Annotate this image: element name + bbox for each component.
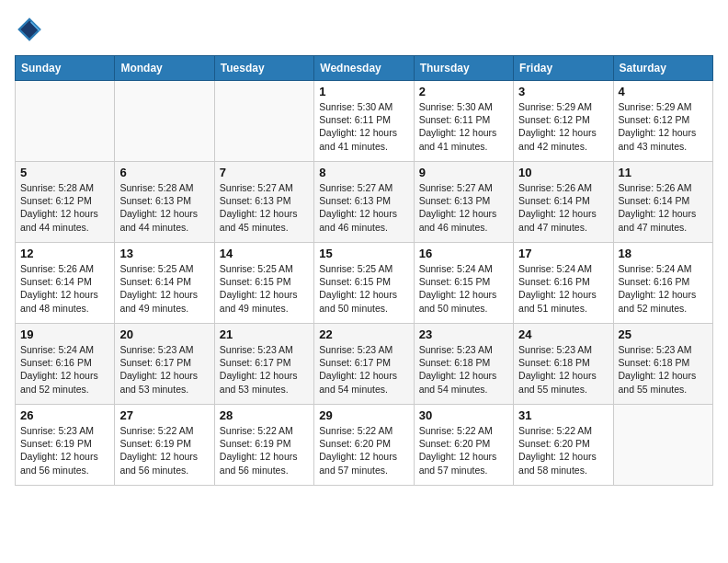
calendar-cell: 26Sunrise: 5:23 AM Sunset: 6:19 PM Dayli… xyxy=(16,405,115,486)
calendar-cell: 12Sunrise: 5:26 AM Sunset: 6:14 PM Dayli… xyxy=(16,243,115,324)
day-number: 9 xyxy=(419,166,508,179)
calendar-cell: 1Sunrise: 5:30 AM Sunset: 6:11 PM Daylig… xyxy=(314,81,414,162)
calendar-cell: 9Sunrise: 5:27 AM Sunset: 6:13 PM Daylig… xyxy=(414,162,513,243)
logo-icon xyxy=(15,15,44,44)
calendar-cell: 8Sunrise: 5:27 AM Sunset: 6:13 PM Daylig… xyxy=(314,162,414,243)
day-info: Sunrise: 5:23 AM Sunset: 6:18 PM Dayligh… xyxy=(518,343,608,396)
day-number: 31 xyxy=(518,408,608,422)
day-info: Sunrise: 5:25 AM Sunset: 6:15 PM Dayligh… xyxy=(319,262,408,315)
calendar-cell: 18Sunrise: 5:24 AM Sunset: 6:16 PM Dayli… xyxy=(613,243,712,324)
calendar-cell: 23Sunrise: 5:23 AM Sunset: 6:18 PM Dayli… xyxy=(414,324,513,405)
calendar-cell: 4Sunrise: 5:29 AM Sunset: 6:12 PM Daylig… xyxy=(613,81,712,162)
day-info: Sunrise: 5:23 AM Sunset: 6:18 PM Dayligh… xyxy=(419,343,508,396)
weekday-header-thursday: Thursday xyxy=(414,56,513,81)
day-number: 8 xyxy=(319,166,408,179)
calendar-week-row: 1Sunrise: 5:30 AM Sunset: 6:11 PM Daylig… xyxy=(16,81,713,162)
day-info: Sunrise: 5:27 AM Sunset: 6:13 PM Dayligh… xyxy=(419,181,508,234)
day-number: 4 xyxy=(619,85,708,98)
day-info: Sunrise: 5:24 AM Sunset: 6:15 PM Dayligh… xyxy=(419,262,508,315)
day-number: 25 xyxy=(619,327,708,341)
weekday-header-friday: Friday xyxy=(514,56,613,81)
calendar-cell: 22Sunrise: 5:23 AM Sunset: 6:17 PM Dayli… xyxy=(314,324,414,405)
day-info: Sunrise: 5:27 AM Sunset: 6:13 PM Dayligh… xyxy=(220,181,309,234)
day-number: 21 xyxy=(220,327,309,341)
day-number: 24 xyxy=(518,327,608,341)
page-header xyxy=(15,15,713,44)
day-number: 18 xyxy=(619,247,708,260)
day-number: 19 xyxy=(20,327,109,341)
calendar-cell: 10Sunrise: 5:26 AM Sunset: 6:14 PM Dayli… xyxy=(514,162,613,243)
calendar-cell: 15Sunrise: 5:25 AM Sunset: 6:15 PM Dayli… xyxy=(314,243,414,324)
day-number: 29 xyxy=(319,408,408,422)
day-info: Sunrise: 5:28 AM Sunset: 6:13 PM Dayligh… xyxy=(119,181,209,234)
calendar-cell: 21Sunrise: 5:23 AM Sunset: 6:17 PM Dayli… xyxy=(214,324,313,405)
day-number: 23 xyxy=(419,327,508,341)
day-info: Sunrise: 5:29 AM Sunset: 6:12 PM Dayligh… xyxy=(619,100,708,153)
day-info: Sunrise: 5:22 AM Sunset: 6:20 PM Dayligh… xyxy=(319,424,408,477)
day-info: Sunrise: 5:24 AM Sunset: 6:16 PM Dayligh… xyxy=(20,343,109,396)
weekday-header-row: SundayMondayTuesdayWednesdayThursdayFrid… xyxy=(16,56,713,81)
day-info: Sunrise: 5:30 AM Sunset: 6:11 PM Dayligh… xyxy=(419,100,508,153)
day-number: 27 xyxy=(119,408,209,422)
day-number: 2 xyxy=(419,85,508,98)
calendar-cell: 7Sunrise: 5:27 AM Sunset: 6:13 PM Daylig… xyxy=(214,162,313,243)
day-number: 16 xyxy=(419,247,508,260)
day-info: Sunrise: 5:22 AM Sunset: 6:20 PM Dayligh… xyxy=(518,424,608,477)
day-info: Sunrise: 5:24 AM Sunset: 6:16 PM Dayligh… xyxy=(518,262,608,315)
calendar-cell: 27Sunrise: 5:22 AM Sunset: 6:19 PM Dayli… xyxy=(115,405,214,486)
calendar-cell: 2Sunrise: 5:30 AM Sunset: 6:11 PM Daylig… xyxy=(414,81,513,162)
day-number: 5 xyxy=(20,166,109,179)
day-info: Sunrise: 5:23 AM Sunset: 6:17 PM Dayligh… xyxy=(119,343,209,396)
day-number: 11 xyxy=(619,166,708,179)
day-info: Sunrise: 5:27 AM Sunset: 6:13 PM Dayligh… xyxy=(319,181,408,234)
calendar-table: SundayMondayTuesdayWednesdayThursdayFrid… xyxy=(15,55,713,486)
calendar-cell: 14Sunrise: 5:25 AM Sunset: 6:15 PM Dayli… xyxy=(214,243,313,324)
day-number: 10 xyxy=(518,166,608,179)
day-number: 20 xyxy=(119,327,209,341)
day-info: Sunrise: 5:23 AM Sunset: 6:19 PM Dayligh… xyxy=(20,424,109,477)
weekday-header-wednesday: Wednesday xyxy=(314,56,414,81)
day-info: Sunrise: 5:22 AM Sunset: 6:19 PM Dayligh… xyxy=(220,424,309,477)
svg-marker-1 xyxy=(20,20,38,38)
calendar-cell xyxy=(214,81,313,162)
day-number: 15 xyxy=(319,247,408,260)
day-number: 30 xyxy=(419,408,508,422)
day-number: 14 xyxy=(220,247,309,260)
calendar-cell: 24Sunrise: 5:23 AM Sunset: 6:18 PM Dayli… xyxy=(514,324,613,405)
calendar-cell: 28Sunrise: 5:22 AM Sunset: 6:19 PM Dayli… xyxy=(214,405,313,486)
day-info: Sunrise: 5:26 AM Sunset: 6:14 PM Dayligh… xyxy=(518,181,608,234)
calendar-cell xyxy=(613,405,712,486)
calendar-cell: 17Sunrise: 5:24 AM Sunset: 6:16 PM Dayli… xyxy=(514,243,613,324)
calendar-week-row: 12Sunrise: 5:26 AM Sunset: 6:14 PM Dayli… xyxy=(16,243,713,324)
weekday-header-sunday: Sunday xyxy=(16,56,115,81)
day-info: Sunrise: 5:25 AM Sunset: 6:14 PM Dayligh… xyxy=(119,262,209,315)
day-info: Sunrise: 5:22 AM Sunset: 6:20 PM Dayligh… xyxy=(419,424,508,477)
calendar-cell: 3Sunrise: 5:29 AM Sunset: 6:12 PM Daylig… xyxy=(514,81,613,162)
day-info: Sunrise: 5:23 AM Sunset: 6:17 PM Dayligh… xyxy=(220,343,309,396)
day-number: 22 xyxy=(319,327,408,341)
calendar-cell: 20Sunrise: 5:23 AM Sunset: 6:17 PM Dayli… xyxy=(115,324,214,405)
day-info: Sunrise: 5:26 AM Sunset: 6:14 PM Dayligh… xyxy=(619,181,708,234)
day-number: 26 xyxy=(20,408,109,422)
day-number: 17 xyxy=(518,247,608,260)
day-number: 3 xyxy=(518,85,608,98)
calendar-cell: 30Sunrise: 5:22 AM Sunset: 6:20 PM Dayli… xyxy=(414,405,513,486)
day-number: 13 xyxy=(119,247,209,260)
calendar-cell xyxy=(115,81,214,162)
calendar-week-row: 5Sunrise: 5:28 AM Sunset: 6:12 PM Daylig… xyxy=(16,162,713,243)
day-info: Sunrise: 5:29 AM Sunset: 6:12 PM Dayligh… xyxy=(518,100,608,153)
calendar-week-row: 19Sunrise: 5:24 AM Sunset: 6:16 PM Dayli… xyxy=(16,324,713,405)
calendar-cell: 5Sunrise: 5:28 AM Sunset: 6:12 PM Daylig… xyxy=(16,162,115,243)
weekday-header-saturday: Saturday xyxy=(613,56,712,81)
calendar-cell: 13Sunrise: 5:25 AM Sunset: 6:14 PM Dayli… xyxy=(115,243,214,324)
day-info: Sunrise: 5:30 AM Sunset: 6:11 PM Dayligh… xyxy=(319,100,408,153)
day-info: Sunrise: 5:25 AM Sunset: 6:15 PM Dayligh… xyxy=(220,262,309,315)
day-info: Sunrise: 5:26 AM Sunset: 6:14 PM Dayligh… xyxy=(20,262,109,315)
calendar-cell: 16Sunrise: 5:24 AM Sunset: 6:15 PM Dayli… xyxy=(414,243,513,324)
calendar-cell: 29Sunrise: 5:22 AM Sunset: 6:20 PM Dayli… xyxy=(314,405,414,486)
day-info: Sunrise: 5:22 AM Sunset: 6:19 PM Dayligh… xyxy=(119,424,209,477)
day-number: 28 xyxy=(220,408,309,422)
weekday-header-tuesday: Tuesday xyxy=(214,56,313,81)
calendar-cell: 31Sunrise: 5:22 AM Sunset: 6:20 PM Dayli… xyxy=(514,405,613,486)
calendar-cell: 6Sunrise: 5:28 AM Sunset: 6:13 PM Daylig… xyxy=(115,162,214,243)
